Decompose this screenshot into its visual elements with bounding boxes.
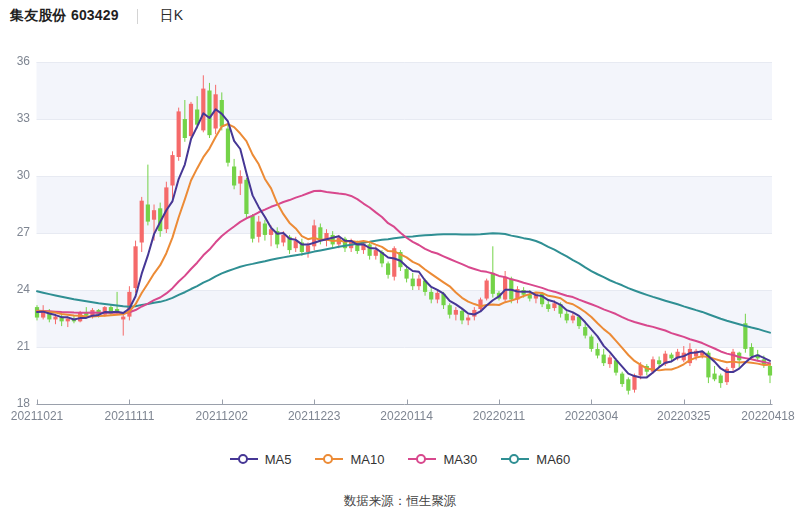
legend-item-ma5[interactable]: MA5 bbox=[230, 452, 292, 467]
legend-label-ma60: MA60 bbox=[536, 452, 570, 467]
kline-chart-canvas[interactable] bbox=[0, 0, 800, 440]
legend-item-ma10[interactable]: MA10 bbox=[315, 452, 384, 467]
data-source: 数据来源：恒生聚源 bbox=[0, 493, 800, 510]
legend-item-ma60[interactable]: MA60 bbox=[501, 452, 570, 467]
legend-label-ma30: MA30 bbox=[443, 452, 477, 467]
legend-label-ma5: MA5 bbox=[265, 452, 292, 467]
ma30-marker-icon bbox=[408, 454, 436, 465]
ma60-marker-icon bbox=[501, 454, 529, 465]
legend: MA5 MA10 MA30 MA60 bbox=[0, 452, 800, 467]
ma10-marker-icon bbox=[315, 454, 343, 465]
ma5-marker-icon bbox=[230, 454, 258, 465]
legend-label-ma10: MA10 bbox=[350, 452, 384, 467]
legend-item-ma30[interactable]: MA30 bbox=[408, 452, 477, 467]
